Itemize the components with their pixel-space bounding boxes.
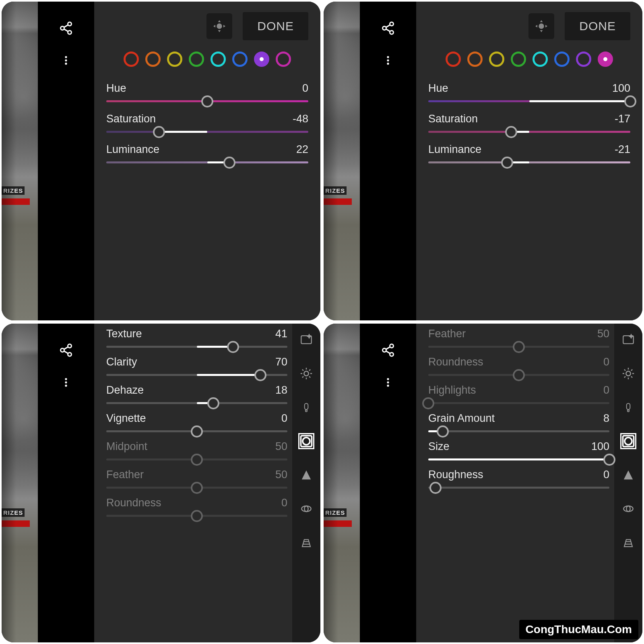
slider-knob[interactable] [501,157,513,169]
slider-track[interactable] [106,402,287,404]
slider-knob[interactable] [254,369,266,381]
svg-point-4 [65,59,67,61]
auto-icon[interactable] [620,332,636,348]
slider-track[interactable] [428,374,609,376]
color-icon[interactable] [298,399,314,415]
slider-track[interactable] [106,458,287,460]
slider-knob[interactable] [437,425,449,438]
slider-knob[interactable] [227,341,239,353]
light-icon[interactable] [620,365,636,382]
svg-point-9 [390,31,394,34]
optics-icon[interactable] [298,501,314,517]
photo-text: RIZES [324,508,347,517]
slider-track[interactable] [106,515,287,517]
geometry-icon[interactable] [298,535,314,551]
swatch-1[interactable] [467,52,483,67]
optics-icon[interactable] [620,501,636,517]
swatch-7[interactable] [598,52,613,67]
slider-knob[interactable] [191,454,203,466]
slider-track[interactable] [106,487,287,489]
pan-button[interactable] [206,13,232,39]
svg-point-1 [61,27,64,30]
slider-label: Feather [106,469,144,481]
svg-point-37 [627,410,629,412]
slider-knob[interactable] [513,341,525,353]
slider-track[interactable] [428,458,609,460]
auto-icon[interactable] [298,332,314,348]
swatch-2[interactable] [489,52,504,67]
slider-track[interactable] [428,346,609,348]
slider-track[interactable] [106,374,287,376]
light-icon[interactable] [298,365,314,382]
slider-label: Grain Amount [428,412,495,425]
slider-knob[interactable] [223,157,235,169]
swatch-5[interactable] [554,52,570,67]
swatch-7[interactable] [276,52,291,67]
slider-label: Clarity [106,356,137,368]
editor-area: DONE Hue100Saturation-17Luminance-21 [416,2,642,320]
slider-track[interactable] [428,487,609,489]
color-icon[interactable] [620,399,636,415]
slider-knob[interactable] [603,454,615,466]
share-icon[interactable] [58,342,74,358]
slider-knob[interactable] [207,397,219,409]
more-icon[interactable] [380,374,396,390]
share-icon[interactable] [380,20,396,36]
effects-icon[interactable] [298,433,314,449]
share-icon[interactable] [380,342,396,358]
slider-knob[interactable] [505,126,517,138]
share-icon[interactable] [58,20,74,36]
more-icon[interactable] [58,374,74,390]
more-icon[interactable] [58,52,74,68]
svg-point-30 [390,353,394,356]
effects-icon[interactable] [620,433,636,449]
slider-track[interactable] [428,402,609,404]
swatch-5[interactable] [232,52,248,67]
swatch-0[interactable] [446,52,461,67]
svg-point-8 [383,27,386,30]
swatch-3[interactable] [511,52,526,67]
slider-track[interactable] [428,100,630,102]
slider-knob[interactable] [153,126,165,138]
slider-knob[interactable] [422,397,434,409]
slider-texture: Texture41 [106,328,287,348]
swatch-1[interactable] [145,52,161,67]
detail-icon[interactable] [298,467,314,483]
slider-knob[interactable] [191,510,203,522]
slider-track[interactable] [428,131,630,133]
photo-preview: RIZES [2,2,38,320]
slider-track[interactable] [106,161,308,163]
svg-point-33 [387,385,389,387]
slider-knob[interactable] [429,482,442,494]
slider-knob[interactable] [624,95,636,107]
svg-point-25 [303,438,310,445]
slider-knob[interactable] [191,482,203,494]
detail-icon[interactable] [620,467,636,483]
slider-track[interactable] [106,346,287,348]
slider-track[interactable] [106,430,287,432]
swatch-2[interactable] [167,52,182,67]
slider-midpoint: Midpoint50 [106,440,287,460]
pan-button[interactable] [528,13,554,39]
done-button[interactable]: DONE [243,12,308,40]
slider-track[interactable] [428,161,630,163]
slider-track[interactable] [106,131,308,133]
swatch-4[interactable] [211,52,226,67]
slider-track[interactable] [106,100,308,102]
slider-knob[interactable] [201,95,213,107]
done-button[interactable]: DONE [565,12,630,40]
slider-value: 50 [275,469,287,481]
slider-knob[interactable] [513,369,525,381]
more-icon[interactable] [380,52,396,68]
slider-value: -48 [293,113,308,125]
swatch-6[interactable] [576,52,591,67]
left-toolbar [38,324,94,642]
slider-knob[interactable] [191,425,203,438]
svg-point-12 [387,63,389,65]
swatch-3[interactable] [189,52,204,67]
swatch-0[interactable] [124,52,139,67]
swatch-4[interactable] [533,52,548,67]
slider-track[interactable] [428,430,609,432]
swatch-6[interactable] [254,52,269,67]
geometry-icon[interactable] [620,535,636,551]
